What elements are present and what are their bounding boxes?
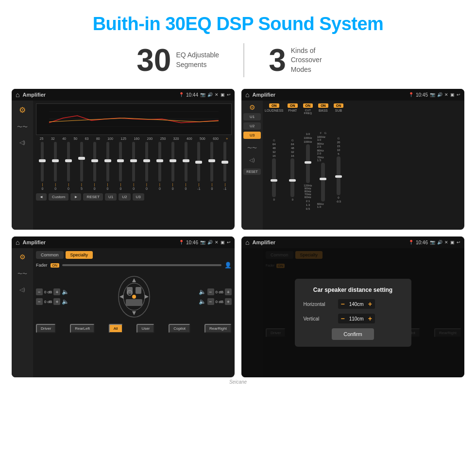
- vertical-minus-btn[interactable]: −: [341, 315, 345, 322]
- eq-slider-8[interactable]: |0: [132, 142, 135, 190]
- eq-slider-3[interactable]: |0: [67, 142, 70, 190]
- xover-reset-btn[interactable]: RESET: [243, 169, 261, 175]
- eq-slider-13[interactable]: |-1: [197, 142, 200, 190]
- eq-reset-btn[interactable]: RESET: [83, 193, 103, 201]
- xover-speaker-icon[interactable]: ◁): [249, 157, 255, 163]
- right-front-minus[interactable]: −: [207, 288, 214, 295]
- eq-slider-11[interactable]: |0: [171, 142, 174, 190]
- svg-marker-14: [145, 295, 149, 299]
- eq-slider-5[interactable]: |0: [93, 142, 96, 190]
- eq-slider-12[interactable]: |0: [185, 142, 187, 190]
- eq-home-icon[interactable]: ⌂: [16, 91, 19, 99]
- bass-on-btn[interactable]: ON: [318, 103, 328, 108]
- eq-expand-icon[interactable]: »: [226, 137, 228, 140]
- speaker-tabs: Common Specialty: [36, 251, 232, 259]
- xover-band-cutfreq: ON CUT FREQ 3.0 100Hz 100Hz 120Hz90Hz80H…: [302, 103, 314, 227]
- rear-right-btn[interactable]: RearRight: [204, 324, 232, 333]
- screens-grid: ⌂ Amplifier 📍 10:44 📷 🔊 ✕ ▣ ↩ ⚙ 〜〜 ◁): [0, 89, 476, 377]
- tab-specialty[interactable]: Specialty: [66, 251, 93, 259]
- cutfreq-slider[interactable]: [306, 144, 310, 183]
- eq-wave-icon[interactable]: 〜〜: [17, 123, 28, 131]
- rear-left-btn[interactable]: RearLeft: [70, 324, 95, 333]
- freq-32: 32: [51, 137, 55, 140]
- dialog-back-icon[interactable]: ↩: [457, 240, 460, 245]
- right-rear-speaker-icon: 🔈: [199, 298, 206, 305]
- eq-back-icon[interactable]: ↩: [227, 92, 231, 97]
- sub-on-btn[interactable]: ON: [334, 103, 344, 108]
- eq-u2-btn[interactable]: U2: [119, 193, 130, 201]
- sub-slider[interactable]: [337, 156, 340, 195]
- horizontal-value: 140cm: [347, 302, 366, 307]
- eq-slider-2[interactable]: |0: [54, 142, 57, 190]
- left-rear-minus[interactable]: −: [36, 298, 43, 305]
- spk-filter-icon[interactable]: ⚙: [19, 253, 26, 261]
- dialog-camera-icon: 📷: [430, 240, 435, 245]
- eq-slider-9[interactable]: |0: [145, 142, 148, 190]
- copilot-btn[interactable]: Copilot: [169, 324, 190, 333]
- eq-slider-1[interactable]: |0: [41, 142, 44, 190]
- eq-slider-7[interactable]: |0: [119, 142, 122, 190]
- left-rear-db: − 0 dB + 🔈: [36, 298, 69, 305]
- speaker-content: ⚙ 〜〜 ◁) Common Specialty Fader ON 👤: [12, 248, 235, 377]
- vertical-row: Vertical − 110cm +: [304, 314, 403, 323]
- stat-eq: 30 EQ AdjustableSegments: [112, 45, 243, 76]
- left-front-minus[interactable]: −: [36, 288, 43, 295]
- svg-marker-12: [132, 311, 136, 315]
- fader-person-icon: 👤: [224, 262, 232, 269]
- confirm-button[interactable]: Confirm: [332, 328, 374, 340]
- eq-u1-btn[interactable]: U1: [105, 193, 117, 201]
- xover-filter-icon[interactable]: ⚙: [249, 103, 255, 111]
- phat-slider[interactable]: [290, 158, 294, 197]
- loudness-on-btn[interactable]: ON: [269, 103, 279, 108]
- vertical-plus-btn[interactable]: +: [368, 315, 372, 322]
- xover-u1-preset[interactable]: U1: [243, 113, 261, 120]
- speaker-footer: Driver RearLeft All User Copilot RearRig…: [36, 324, 232, 333]
- left-front-plus[interactable]: +: [53, 288, 60, 295]
- horizontal-minus-btn[interactable]: −: [341, 300, 345, 308]
- xover-u2-preset[interactable]: U2: [243, 122, 261, 130]
- right-rear-plus[interactable]: +: [225, 298, 232, 305]
- bass-slider[interactable]: [321, 163, 325, 202]
- xover-home-icon[interactable]: ⌂: [245, 91, 249, 99]
- eq-next-btn[interactable]: ►: [70, 193, 81, 201]
- xover-u3-preset[interactable]: U3: [243, 132, 261, 139]
- phat-on-btn[interactable]: ON: [288, 103, 298, 108]
- horizontal-plus-btn[interactable]: +: [368, 300, 372, 308]
- right-front-plus[interactable]: +: [225, 288, 232, 295]
- eq-x-icon: ✕: [215, 92, 219, 97]
- eq-content: ⚙ 〜〜 ◁): [12, 101, 235, 230]
- xover-x-icon: ✕: [444, 92, 448, 97]
- fader-slider-track[interactable]: [62, 264, 221, 266]
- xover-sidebar: ⚙ U1 U2 U3 〜〜 ◁) RESET: [241, 101, 263, 230]
- eq-prev-btn[interactable]: ◄: [36, 193, 47, 201]
- user-btn[interactable]: User: [136, 324, 154, 333]
- cutfreq-on-btn[interactable]: ON: [303, 103, 313, 108]
- xover-back-icon[interactable]: ↩: [457, 92, 460, 97]
- xover-band-phat: ON PHAT G 64 48 32 16 0: [287, 103, 299, 227]
- eq-slider-4[interactable]: |5: [80, 142, 83, 190]
- eq-u3-btn[interactable]: U3: [133, 193, 144, 201]
- crossover-screen: ⌂ Amplifier 📍 10:45 📷 🔊 ✕ ▣ ↩ ⚙ U1 U2 U3…: [241, 89, 464, 230]
- spk-speaker-icon[interactable]: ◁): [19, 287, 25, 292]
- eq-speaker-icon[interactable]: ◁): [19, 139, 25, 146]
- all-btn[interactable]: All: [109, 324, 123, 333]
- speaker-back-icon[interactable]: ↩: [227, 240, 231, 245]
- eq-slider-14[interactable]: |0: [210, 142, 213, 190]
- eq-slider-15[interactable]: |-1: [223, 142, 226, 190]
- eq-filter-icon[interactable]: ⚙: [19, 105, 26, 115]
- driver-btn[interactable]: Driver: [36, 324, 56, 333]
- speaker-home-icon[interactable]: ⌂: [16, 238, 19, 246]
- spk-wave-icon[interactable]: 〜〜: [17, 270, 27, 277]
- dialog-home-icon[interactable]: ⌂: [245, 238, 249, 246]
- xover-wave-icon[interactable]: 〜〜: [247, 145, 257, 152]
- left-rear-plus[interactable]: +: [53, 298, 60, 305]
- tab-common[interactable]: Common: [36, 251, 64, 259]
- eq-custom-btn[interactable]: Custom: [49, 193, 69, 201]
- fader-on-badge[interactable]: ON: [51, 263, 60, 268]
- eq-slider-10[interactable]: |0: [158, 142, 161, 190]
- right-front-db: 🔈 − 0 dB +: [199, 288, 232, 295]
- freq-100: 100: [107, 137, 113, 140]
- eq-slider-6[interactable]: |0: [106, 142, 109, 190]
- right-rear-minus[interactable]: −: [207, 298, 214, 305]
- loudness-slider[interactable]: [272, 158, 276, 197]
